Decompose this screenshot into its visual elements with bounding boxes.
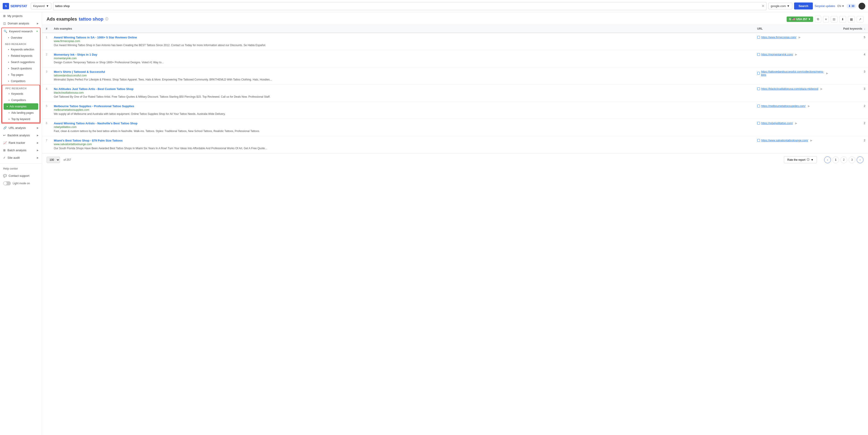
ads-table-wrapper: # Ads examples URL Paid keywords ↓ 1 Awa… [42, 25, 868, 153]
keyword-icon: 🔍 [4, 30, 7, 33]
dot-icon [8, 49, 9, 50]
page-3-button[interactable]: 3 [848, 156, 855, 163]
sidebar-item-keywords-selection[interactable]: Keywords selection [2, 46, 40, 53]
backlink-icon: ↩ [3, 134, 6, 137]
filter-button[interactable]: ⊟ [831, 16, 837, 22]
chevron-right-icon: ▶ [37, 127, 39, 129]
sidebar-item-search-suggestions[interactable]: Search suggestions [2, 59, 40, 65]
sidebar-item-overview[interactable]: Overview [2, 35, 40, 41]
next-page-button[interactable]: › [857, 156, 864, 163]
paid-keywords-count: 3 [832, 85, 868, 102]
sidebar-item-contact-support[interactable]: 💬 Contact support [0, 172, 42, 180]
location-badge[interactable]: G 🇺🇸 USA 257 ▼ [786, 17, 813, 22]
engine-select[interactable]: google.com ▼ [768, 3, 792, 9]
sidebar-item-top-pages[interactable]: Top pages [2, 72, 40, 78]
dot-icon [8, 74, 9, 75]
light-mode-toggle-row: Light mode on [0, 180, 42, 187]
sidebar-label-site-audit: Site audit [7, 156, 20, 159]
col-paid-keywords: Paid keywords ↓ [832, 25, 868, 33]
ad-domain: www.salvationtattoolounge.com [54, 143, 752, 146]
info-icon[interactable]: ⓘ [105, 17, 108, 21]
sidebar-item-keyword-research[interactable]: 🔍 Keyword research ▼ [2, 28, 40, 35]
search-button[interactable]: Search [794, 2, 813, 9]
avatar[interactable] [859, 3, 865, 9]
sidebar-item-my-projects[interactable]: ⊞ My projects [0, 12, 42, 20]
page-2-button[interactable]: 2 [840, 156, 847, 163]
ad-title[interactable]: Miami's Best Tattoo Shop - $79 Palm Size… [54, 139, 752, 142]
ad-title[interactable]: No Attitudes Just Tattoo Artis - Best Cu… [54, 87, 752, 91]
clear-icon[interactable]: ✕ [762, 4, 765, 8]
sidebar-item-ppc-competitors[interactable]: Competitors [2, 97, 39, 103]
content-header: Ads examples tattoo shop ⓘ G 🇺🇸 USA 257 … [42, 12, 868, 25]
top-bar: S SERPSTAT Keyword ▼ ✕ google.com ▼ Sear… [0, 0, 868, 12]
ad-title[interactable]: Award Winning Tattoos in SA - 1000+ 5 St… [54, 36, 752, 39]
ad-title[interactable]: Men's Shirts | Tattooed & Successful [54, 70, 752, 73]
language-selector[interactable]: EN ▼ [837, 4, 844, 8]
sidebar-item-top-by-keyword[interactable]: Top by keyword [2, 116, 39, 122]
paid-keywords-count: 2 [832, 102, 868, 119]
sidebar-item-search-questions[interactable]: Search questions [2, 65, 40, 72]
support-icon: 💬 [3, 174, 7, 178]
per-page-select[interactable]: 100 50 25 [46, 157, 60, 163]
table-row: 3 Men's Shirts | Tattooed & Successful t… [42, 67, 868, 85]
expand-icon[interactable]: ▶ [798, 36, 802, 39]
expand-icon[interactable]: ▶ [794, 53, 798, 56]
ad-description: Design Custom Temporary Tattoos or Shop … [54, 60, 752, 64]
url-cell: https://melbournetattoosupplies.com/ ▶ [754, 102, 832, 119]
expand-icon[interactable]: ▶ [825, 72, 829, 75]
ad-url[interactable]: https://www.salvationtattoolounge.com/ [761, 139, 808, 142]
chevron-down-icon: ▼ [36, 30, 38, 33]
sidebar-item-ads-landing-pages[interactable]: Ads landing pages [2, 110, 39, 116]
row-number: 3 [42, 67, 51, 85]
ad-description: Fast, clean & custom tattoos by the best… [54, 129, 752, 133]
ad-url[interactable]: https://www.firmecopias.com/ [761, 36, 796, 39]
expand-icon[interactable]: ▶ [809, 139, 813, 142]
logo-icon: S [3, 3, 9, 9]
page-1-button[interactable]: 1 [832, 156, 839, 163]
sidebar-item-url-analysis[interactable]: 🔗 URL analysis ▶ [0, 124, 42, 132]
expand-icon[interactable]: ▶ [807, 104, 811, 107]
sidebar-item-rank-tracker[interactable]: 📈 Rank tracker ▶ [0, 139, 42, 147]
sidebar-item-site-audit[interactable]: ✓ Site audit ▶ [0, 154, 42, 161]
ad-description: We supply all of Melbourne and Australia… [54, 112, 752, 116]
prev-page-button[interactable]: ‹ [824, 156, 831, 163]
sidebar-item-related-keywords[interactable]: Related keywords [2, 53, 40, 59]
light-mode-toggle[interactable] [3, 181, 11, 185]
ad-title[interactable]: Melbourne Tattoo Supplies - Professional… [54, 104, 752, 108]
ad-url[interactable]: https://rebelyelitattoo.com/ [761, 122, 793, 125]
export-button[interactable]: ⬇ [839, 16, 846, 22]
ad-cell: Melbourne Tattoo Supplies - Professional… [51, 102, 754, 119]
credit-badge[interactable]: ⬇ 30 [846, 4, 856, 8]
sidebar-label-keywords-selection: Keywords selection [11, 48, 34, 51]
ad-url[interactable]: https://momentaryink.com/ [761, 53, 793, 56]
search-input[interactable] [55, 4, 761, 8]
ad-title[interactable]: Momentary Ink - Ships in 1 Day [54, 53, 752, 56]
ad-url[interactable]: https://blackcloudtattoousa.com/plaza-mi… [761, 87, 818, 90]
rate-report-button[interactable]: Rate the report ⓘ ▼ [784, 156, 817, 163]
page-title-accent: tattoo shop [79, 17, 103, 22]
share-button[interactable]: ↗ [857, 16, 864, 22]
sidebar-item-batch-analysis[interactable]: ⊞ Batch analysis ▶ [0, 147, 42, 154]
list-view-button[interactable]: ≡ [823, 16, 829, 22]
logo-text: SERPSTAT [10, 4, 27, 8]
search-type-select[interactable]: Keyword ▼ [31, 3, 51, 9]
flag-icon: 🇺🇸 [792, 18, 796, 21]
sidebar-item-ads-examples[interactable]: Ads examples [4, 103, 38, 110]
columns-button[interactable]: ▦ [848, 16, 855, 22]
ad-title[interactable]: Award Winning Tattoo Artists - Nashville… [54, 122, 752, 125]
copy-button[interactable]: ⧉ [815, 16, 821, 22]
expand-icon[interactable]: ▶ [819, 87, 824, 90]
serpstat-updates-link[interactable]: Serpstat updates [815, 4, 835, 8]
sidebar-item-keywords[interactable]: Keywords [2, 91, 39, 97]
ad-url[interactable]: https://tattooedandsuccessful.com/collec… [761, 70, 824, 76]
sidebar-item-competitors[interactable]: Competitors [2, 78, 40, 84]
sidebar-label-ads-examples: Ads examples [9, 105, 26, 108]
external-link-icon [757, 72, 760, 74]
dot-icon [8, 37, 9, 38]
expand-icon[interactable]: ▶ [794, 122, 798, 125]
sidebar-item-domain-analysis[interactable]: ◫ Domain analysis ▶ [0, 20, 42, 27]
row-number: 4 [42, 85, 51, 102]
ad-url[interactable]: https://melbournetattoosupplies.com/ [761, 104, 806, 107]
sidebar-item-backlink-analysis[interactable]: ↩ Backlink analysis ▶ [0, 132, 42, 139]
keyword-research-section: 🔍 Keyword research ▼ Overview SEO resear… [1, 28, 40, 124]
